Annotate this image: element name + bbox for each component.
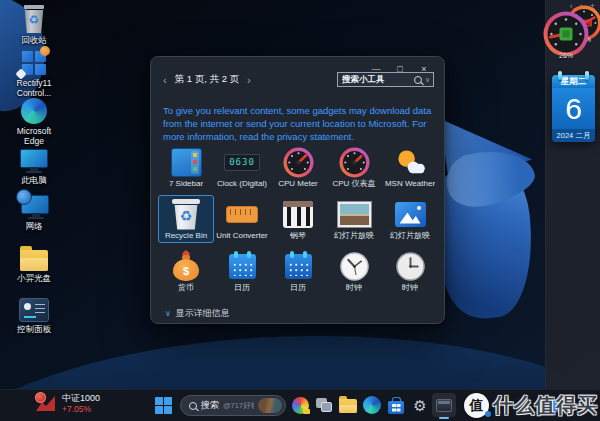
- store-icon: [388, 401, 404, 414]
- page-next-icon[interactable]: ›: [247, 74, 251, 86]
- sidebar7-icon: [171, 148, 202, 177]
- gadget-label: Unit Converter: [216, 231, 268, 241]
- gadget-label: 7 Sidebar: [169, 179, 203, 189]
- gadget-tile-msn-weather[interactable]: MSN Weather: [382, 143, 438, 191]
- settings-button[interactable]: ⚙: [408, 393, 432, 417]
- stock-widget[interactable]: 中证1000 +7.05%: [34, 393, 100, 415]
- cpu-gauge-icon: [339, 147, 370, 178]
- network-icon: [19, 195, 49, 219]
- file-explorer-button[interactable]: [336, 393, 360, 417]
- gadget-label: 时钟: [402, 283, 418, 293]
- gadget-tile-cpu-meter[interactable]: CPU Meter: [270, 143, 326, 191]
- start-button[interactable]: [155, 397, 172, 414]
- gadget-label: 幻灯片放映: [334, 231, 374, 241]
- gauge-large-value: 26%: [559, 52, 573, 59]
- slideshow-icon: [338, 202, 371, 227]
- gadget-tile-clock-2[interactable]: 时钟: [382, 247, 438, 295]
- show-details-toggle[interactable]: ∨ 显示详细信息: [165, 307, 230, 320]
- calendar-icon: [229, 254, 256, 279]
- privacy-notice: To give you relevant content, some gadge…: [163, 104, 435, 143]
- smzdm-site-name: 什么值得买: [493, 392, 598, 419]
- desktop-icon-label: Microsoft Edge: [6, 126, 62, 146]
- msn-weather-icon: [394, 148, 427, 177]
- desktop-icon-label: 回收站: [21, 35, 47, 45]
- desktop-icon-label: Rectify11 Control...: [6, 78, 62, 98]
- unit-converter-icon: [226, 206, 258, 223]
- edge-icon: [363, 396, 381, 414]
- gadget-tile-unit-converter[interactable]: Unit Converter: [214, 195, 270, 243]
- gadget-label: 日历: [234, 283, 250, 293]
- gadget-gallery-taskbar-button[interactable]: [432, 393, 456, 417]
- page-navigation: ‹ 第 1 页, 共 2 页 ›: [163, 73, 251, 86]
- desktop-icon-this-pc[interactable]: 此电脑: [6, 149, 62, 185]
- calendar-pins: [552, 71, 595, 80]
- gadget-search-box[interactable]: ∨: [337, 72, 434, 87]
- piano-icon: [283, 201, 313, 228]
- digital-clock-display: 0630: [229, 157, 255, 167]
- desktop-icon-edge[interactable]: Microsoft Edge: [6, 98, 62, 146]
- smzdm-watermark: 值 什么值得买: [464, 392, 598, 419]
- gadget-tile-slideshow[interactable]: 幻灯片放映: [326, 195, 382, 243]
- gadget-search-input[interactable]: [342, 75, 411, 85]
- edge-icon: [21, 98, 47, 124]
- smzdm-logo: 值: [464, 393, 489, 418]
- task-view-button[interactable]: [312, 393, 336, 417]
- analog-clock-icon: [340, 252, 369, 281]
- desktop-icon-label: 网络: [26, 221, 43, 231]
- taskbar-icons: ⚙: [288, 393, 456, 417]
- currency-icon: $: [173, 252, 199, 281]
- control-panel-icon: [19, 298, 49, 322]
- app-window-icon: [436, 399, 452, 412]
- store-button[interactable]: [384, 393, 408, 417]
- gadget-tile-digital-clock[interactable]: 0630 Clock (Digital): [214, 143, 270, 191]
- gadget-label: 时钟: [346, 283, 362, 293]
- gauge-large-icon: [543, 11, 589, 57]
- search-hint: @717好软件: [223, 401, 254, 411]
- photos-icon: [395, 202, 426, 227]
- gadget-label: Recycle Bin: [165, 231, 207, 241]
- task-view-icon: [316, 398, 332, 412]
- stock-index-name: 中证1000: [62, 393, 100, 404]
- gadget-tile-clock-1[interactable]: 时钟: [326, 247, 382, 295]
- pinwheel-app-icon: [292, 397, 309, 414]
- gauge-gadget-large[interactable]: 26%: [543, 11, 589, 59]
- calendar-gadget[interactable]: 星期二 6 2024 二月: [552, 75, 595, 142]
- gadget-label: 货币: [178, 283, 194, 293]
- rectify11-icon: [21, 50, 47, 76]
- digital-clock-icon: 0630: [224, 154, 260, 171]
- gadget-label: Clock (Digital): [217, 179, 267, 189]
- gadget-label: MSN Weather: [385, 179, 435, 189]
- cpu-meter-icon: [283, 147, 314, 178]
- plain-clock-icon: [396, 252, 425, 281]
- gadget-tile-calendar-1[interactable]: 日历: [214, 247, 270, 295]
- gadget-label: 日历: [290, 283, 306, 293]
- desktop-icon-network[interactable]: 网络: [6, 195, 62, 231]
- this-pc-icon: [20, 149, 48, 173]
- gadget-gallery-window: — □ × ‹ 第 1 页, 共 2 页 › ∨ To give you rel…: [150, 56, 445, 324]
- edge-button[interactable]: [360, 393, 384, 417]
- gadget-tile-7sidebar[interactable]: 7 Sidebar: [158, 143, 214, 191]
- gadget-tile-photos[interactable]: 幻灯片放映: [382, 195, 438, 243]
- desktop-icon-control-panel[interactable]: 控制面板: [6, 298, 62, 334]
- folder-icon: [20, 250, 48, 271]
- page-indicator: 第 1 页, 共 2 页: [175, 73, 239, 86]
- desktop-icon-recycle-bin[interactable]: ♻ 回收站: [6, 5, 62, 45]
- search-icon[interactable]: [414, 76, 422, 84]
- search-dropdown-icon[interactable]: ∨: [425, 76, 430, 84]
- gadget-label: 钢琴: [290, 231, 306, 241]
- taskbar-app-pinwheel[interactable]: [288, 393, 312, 417]
- show-details-label: 显示详细信息: [176, 307, 230, 320]
- gadget-tile-cpu-gauge[interactable]: CPU 仪表盘: [326, 143, 382, 191]
- gadget-tile-currency[interactable]: $ 货币: [158, 247, 214, 295]
- page-prev-icon[interactable]: ‹: [163, 74, 167, 86]
- gadget-label: CPU 仪表盘: [332, 179, 375, 189]
- gadget-tile-recycle-bin[interactable]: ♻ Recycle Bin: [158, 195, 214, 243]
- desktop-icon-rectify11[interactable]: Rectify11 Control...: [6, 50, 62, 98]
- desktop-icon-folder[interactable]: 小羿光盘: [6, 246, 62, 283]
- gadget-tile-piano[interactable]: 钢琴: [270, 195, 326, 243]
- recycle-bin-icon: ♻: [22, 5, 46, 33]
- taskbar-search[interactable]: 搜索 @717好软件: [180, 395, 286, 416]
- desktop-screen: ♻ 回收站 Rectify11 Control... Microsoft Edg…: [0, 0, 600, 421]
- gear-icon: ⚙: [413, 398, 426, 413]
- gadget-tile-calendar-2[interactable]: 日历: [270, 247, 326, 295]
